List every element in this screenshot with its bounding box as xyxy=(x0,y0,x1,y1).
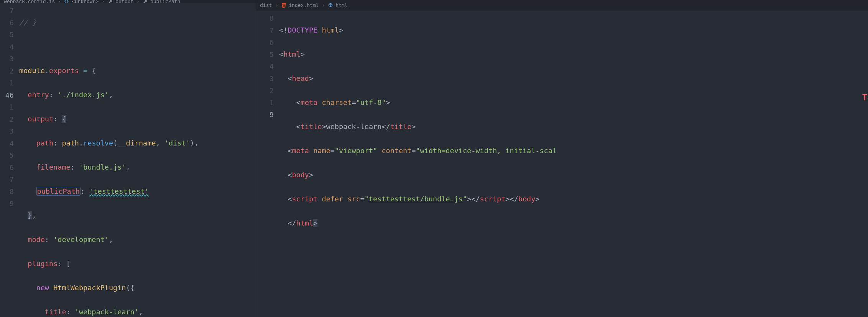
line-number: 2 xyxy=(0,65,14,77)
code-line[interactable]: // } xyxy=(19,16,256,29)
line-number: 5 xyxy=(0,149,14,162)
code-line[interactable]: <meta charset="utf-8"> xyxy=(279,96,868,109)
code-line[interactable]: <!DOCTYPE html> xyxy=(279,24,868,36)
code-line[interactable] xyxy=(19,41,256,53)
breadcrumb-seg1[interactable]: html xyxy=(335,1,347,10)
line-number: 5 xyxy=(256,49,274,61)
line-number: 7 xyxy=(256,25,274,37)
chevron-right-icon: › xyxy=(102,0,105,3)
line-number: 8 xyxy=(0,186,14,198)
line-number: 4 xyxy=(0,41,14,53)
code-line[interactable]: <meta name="viewport" content="width=dev… xyxy=(279,145,868,157)
line-number-current: 46 xyxy=(0,89,14,101)
code-line[interactable]: path: path.resolve(__dirname, 'dist'), xyxy=(19,137,256,149)
code-left[interactable]: // } module.exports = { entry: './index.… xyxy=(19,5,256,317)
breadcrumb-right[interactable]: dist › index.html › html xyxy=(256,0,868,11)
line-number: 7 xyxy=(0,173,14,186)
code-line[interactable]: title: 'webpack-learn', xyxy=(19,306,256,317)
line-number: 6 xyxy=(256,36,274,49)
line-number: 3 xyxy=(0,53,14,65)
svg-text:{}: {} xyxy=(64,0,69,3)
code-line[interactable]: <script defer src="testtesttest/bundle.j… xyxy=(279,193,868,205)
editor-right[interactable]: 8 7 6 5 4 3 2 1 9 <!DOCTYPE html> <html>… xyxy=(256,11,868,317)
breadcrumb-seg2[interactable]: output xyxy=(115,0,133,3)
line-number: 6 xyxy=(0,162,14,174)
wrench-icon xyxy=(143,0,148,3)
breadcrumb-seg1[interactable]: <unknown> xyxy=(72,0,99,3)
breadcrumb-file[interactable]: index.html xyxy=(289,1,319,10)
wrench-icon xyxy=(108,0,113,3)
line-number: 6 xyxy=(0,17,14,29)
code-line[interactable]: }, xyxy=(19,209,256,222)
chevron-right-icon: › xyxy=(136,0,140,3)
editor-pane-right: dist › index.html › html 8 7 6 5 4 3 2 1… xyxy=(256,0,868,317)
code-line[interactable]: publicPath: 'testtesttest' xyxy=(19,185,256,198)
code-line[interactable]: </html> xyxy=(279,217,868,229)
line-number: 1 xyxy=(0,77,14,89)
chevron-right-icon: › xyxy=(322,1,325,10)
chevron-right-icon: › xyxy=(58,0,61,3)
code-line[interactable]: <head> xyxy=(279,72,868,85)
editor-pane-left: webpack.config.js › {} <unknown> › outpu… xyxy=(0,0,256,317)
line-number: 2 xyxy=(256,85,274,97)
breadcrumb-seg3[interactable]: publicPath xyxy=(150,0,180,3)
code-line[interactable]: mode: 'development', xyxy=(19,234,256,246)
line-number: 7 xyxy=(0,5,14,17)
breadcrumb-left[interactable]: webpack.config.js › {} <unknown> › outpu… xyxy=(0,0,256,3)
line-number: 9 xyxy=(0,198,14,210)
breadcrumb-file[interactable]: webpack.config.js xyxy=(4,0,55,3)
line-number: 1 xyxy=(0,101,14,113)
marker-icon: T xyxy=(862,90,867,105)
code-line[interactable]: filename: 'bundle.js', xyxy=(19,161,256,173)
brackets-icon: {} xyxy=(64,0,69,3)
line-number: 3 xyxy=(256,73,274,85)
code-line[interactable]: <body> xyxy=(279,169,868,181)
code-line[interactable]: entry: './index.js', xyxy=(19,89,256,101)
gutter-left: 7 6 5 4 3 2 1 46 1 2 3 4 5 6 7 8 9 xyxy=(0,5,19,317)
line-number: 5 xyxy=(0,29,14,41)
code-line[interactable]: plugins: [ xyxy=(19,258,256,270)
code-line[interactable]: <title>webpack-learn</title> xyxy=(279,121,868,133)
html5-icon xyxy=(281,3,286,8)
gutter-right: 8 7 6 5 4 3 2 1 9 xyxy=(256,12,279,317)
code-line[interactable]: module.exports = { xyxy=(19,65,256,77)
line-number: 4 xyxy=(256,60,274,73)
line-number: 4 xyxy=(0,137,14,150)
editor-left[interactable]: 7 6 5 4 3 2 1 46 1 2 3 4 5 6 7 8 9 // } … xyxy=(0,3,256,317)
code-right[interactable]: <!DOCTYPE html> <html> <head> <meta char… xyxy=(279,12,868,317)
line-number: 2 xyxy=(0,113,14,126)
breadcrumb-folder[interactable]: dist xyxy=(260,1,272,10)
code-line[interactable]: new HtmlWebpackPlugin({ xyxy=(19,282,256,294)
cube-icon xyxy=(328,3,333,8)
code-line[interactable]: output: { xyxy=(19,113,256,125)
code-line[interactable]: <html> xyxy=(279,48,868,60)
line-number: 3 xyxy=(0,125,14,137)
chevron-right-icon: › xyxy=(275,1,278,10)
line-number: 8 xyxy=(256,12,274,25)
line-number: 1 xyxy=(256,97,274,109)
line-number-current: 9 xyxy=(256,109,274,121)
